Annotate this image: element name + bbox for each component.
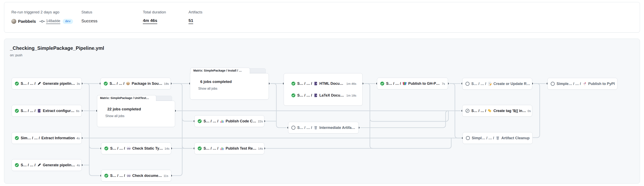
job-duration: 6s xyxy=(74,109,79,113)
graph-edge xyxy=(182,118,194,121)
job-node-check-static-typing[interactable]: S… / … /Check Static Ty…14s xyxy=(101,142,171,154)
matrix-stack-ghost xyxy=(248,68,266,73)
duration-value[interactable]: 4m 46s xyxy=(143,18,157,24)
status-success-icon xyxy=(104,81,108,86)
job-row-latex-docu-[interactable]: S… / … /LaTeX Docu…1m 18s xyxy=(284,90,362,101)
job-duration: 14s xyxy=(163,147,170,150)
job-node-create-tag[interactable]: S… / … /Create tag '${{ in…0s xyxy=(462,105,532,117)
job-duration: 4s xyxy=(75,163,80,167)
rocket-icon xyxy=(582,82,586,86)
job-name: Package in Sou… xyxy=(132,82,162,86)
matrix-tab-matrix-install[interactable]: Matrix: SimplePackage / Install / … xyxy=(190,68,250,74)
trash-icon xyxy=(496,136,500,140)
books-icon xyxy=(402,82,406,86)
job-node-extract-information[interactable]: Sim… / … /Extract Information4s xyxy=(12,132,82,144)
job-node-package-in-source[interactable]: S… / … /Package in Sou…18s xyxy=(100,78,171,89)
commit-link[interactable]: 148adde xyxy=(46,19,60,24)
job-name: Generate pipelin… xyxy=(43,163,75,167)
job-prefix: S… / … / xyxy=(21,163,36,167)
graph-edge xyxy=(532,84,540,138)
job-duration: 18s xyxy=(162,82,169,85)
job-prefix: S… / … / xyxy=(297,82,312,86)
status-success-icon xyxy=(198,146,202,151)
eyes-icon xyxy=(126,173,131,178)
job-duration: 1m 18s xyxy=(345,94,356,97)
tag-icon xyxy=(488,109,492,113)
trash-icon xyxy=(314,126,318,130)
avatar[interactable] xyxy=(11,19,16,24)
graph-edge xyxy=(89,145,101,148)
job-prefix: S… / … / xyxy=(110,82,124,86)
duration-column: Total duration 4m 46s xyxy=(143,10,166,24)
job-prefix: S… / … / xyxy=(21,109,36,113)
job-node-publish-to-pypi[interactable]: Simple… / … /Publish to PyPI xyxy=(548,78,618,90)
status-label: Status xyxy=(81,10,98,15)
job-prefix: S… / … / xyxy=(21,82,36,86)
job-prefix: Simple… / … / xyxy=(556,82,581,86)
job-name: Publish Test Re… xyxy=(226,146,256,151)
job-prefix: Sim… / … / xyxy=(21,136,40,140)
graph-edge xyxy=(171,84,182,176)
job-duration: 1m 46s xyxy=(345,82,356,85)
job-name: HTML Docu… xyxy=(319,82,343,86)
job-name: Create tag '${{ in… xyxy=(494,109,526,113)
status-waiting-icon xyxy=(291,125,296,130)
graph-edge xyxy=(359,111,448,128)
job-name: Artifact Cleanup xyxy=(501,136,530,140)
pen-icon xyxy=(37,82,41,86)
status-waiting-icon xyxy=(465,82,470,86)
package-icon xyxy=(126,82,130,86)
actor-link[interactable]: Paebbels xyxy=(18,19,36,24)
matrix-summary: 22 jobs completed xyxy=(97,101,175,111)
graph-edge xyxy=(370,120,373,148)
job-name: Check docume… xyxy=(132,173,162,178)
job-row-html-docu-[interactable]: S… / … /HTML Docu…1m 46s xyxy=(284,78,362,89)
matrix-card-matrix-install[interactable]: 6 jobs completedShow all jobs xyxy=(190,73,269,100)
job-node-create-or-update-release[interactable]: S… / … /Create or Update R… xyxy=(462,78,532,90)
job-node-artifact-cleanup[interactable]: Simpl… / … /Artifact Cleanup xyxy=(462,132,532,144)
artifacts-column: Artifacts 51 xyxy=(188,10,202,24)
eyes-icon xyxy=(126,146,131,150)
matrix-tab-matrix-unittest[interactable]: Matrix: SimplePackage / UnitTest… xyxy=(97,95,156,101)
graph-edge xyxy=(264,138,451,148)
job-node-generate-pipeline-2[interactable]: S… / … /Generate pipelin…4s xyxy=(12,159,82,171)
branch-badge[interactable]: dev xyxy=(63,19,73,24)
job-prefix: S… / … / xyxy=(110,146,125,151)
job-node-generate-pipeline-1[interactable]: S… / … /Generate pipelin…3s xyxy=(12,78,82,89)
chart-icon xyxy=(220,146,224,150)
job-prefix: S… / … / xyxy=(110,173,125,178)
job-prefix: S… / … / xyxy=(204,119,218,123)
status-success-icon xyxy=(198,119,202,123)
job-prefix: S… / … / xyxy=(471,109,486,113)
show-all-jobs-link[interactable]: Show all jobs xyxy=(97,111,175,118)
book-icon xyxy=(314,82,318,86)
matrix-jobs-completed: 6 jobs completed xyxy=(200,80,232,84)
job-name: Publish to PyPI xyxy=(588,82,615,86)
show-all-jobs-link[interactable]: Show all jobs xyxy=(190,84,269,90)
job-node-intermediate-artifacts[interactable]: S… / … /Intermediate Artifa… xyxy=(288,122,359,133)
job-node-check-documentation[interactable]: S… / … /Check docume…11s xyxy=(101,170,171,181)
job-duration: 4s xyxy=(75,136,80,140)
job-node-publish-code-coverage[interactable]: S… / … /Publish Code C…22s xyxy=(194,115,264,127)
duration-label: Total duration xyxy=(143,10,166,15)
job-duration: 11s xyxy=(162,174,168,177)
matrix-summary: 6 jobs completed xyxy=(190,73,269,84)
rerun-column: Re-run triggered 2 days ago Paebbels 148… xyxy=(11,10,73,25)
job-node-extract-configuration[interactable]: S… / … /Extract configur…6s xyxy=(12,105,82,117)
artifacts-count-link[interactable]: 51 xyxy=(188,18,193,24)
git-commit-icon xyxy=(39,20,45,23)
status-column: Status Success xyxy=(81,10,98,23)
status-waiting-icon xyxy=(550,82,555,86)
job-name: Extract Information xyxy=(42,136,75,140)
rerun-label: Re-run triggered 2 days ago xyxy=(11,10,73,15)
job-prefix: S… / … / xyxy=(297,93,312,98)
matrix-card-matrix-unittest[interactable]: 22 jobs completedShow all jobs xyxy=(97,101,175,127)
matrix-stack-ghost xyxy=(154,96,172,101)
status-skipped-icon xyxy=(465,109,470,113)
job-node-publish-test-results[interactable]: S… / … /Publish Test Re…14s xyxy=(194,142,264,154)
job-node-publish-to-gh-pages[interactable]: S… / … /Publish to GH-P…7s xyxy=(377,78,448,89)
memo-icon xyxy=(488,82,492,86)
job-duration: 3s xyxy=(75,82,80,85)
status-success-icon xyxy=(14,109,19,113)
pen-icon xyxy=(37,163,41,167)
